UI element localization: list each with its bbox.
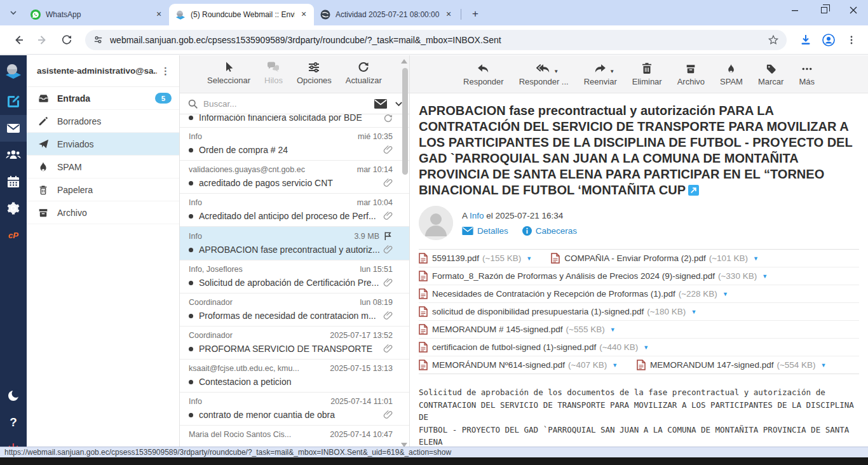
reply-all-dropdown-caret[interactable]: ▼ bbox=[553, 69, 559, 74]
attachment-dropdown-caret[interactable]: ▼ bbox=[643, 344, 649, 351]
search-scope-envelope-icon[interactable] bbox=[374, 99, 387, 109]
message-date: 3.9 MB bbox=[354, 232, 379, 241]
attachment-item[interactable]: MEMORÁNDUM Nº614-signed.pdf (~407 KB) ▼ bbox=[419, 360, 618, 370]
message-date: 2025-07-15 13:13 bbox=[330, 364, 393, 373]
attachment-dropdown-caret[interactable]: ▼ bbox=[612, 362, 618, 368]
attachment-item[interactable]: solicitud de disponibilidad presupuestar… bbox=[419, 306, 696, 317]
account-menu-icon[interactable]: ⋮ bbox=[157, 65, 174, 77]
mail-icon[interactable] bbox=[0, 115, 27, 142]
forward-button[interactable] bbox=[33, 30, 52, 50]
message-list-item[interactable]: Información financiera solicitada por BD… bbox=[180, 114, 409, 128]
attachment-item[interactable]: Formato_8_Razón de Proformas y Análisis … bbox=[419, 271, 768, 281]
attachment-name: COMPAÑIA - Enviar Proforma (2).pdf bbox=[564, 253, 706, 263]
compose-icon[interactable] bbox=[0, 88, 27, 115]
minimize-button[interactable] bbox=[780, 0, 810, 20]
attachment-dropdown-caret[interactable]: ▼ bbox=[762, 273, 768, 280]
settings-gear-icon[interactable] bbox=[0, 195, 27, 222]
refresh-list-button[interactable]: Actualizar bbox=[346, 61, 382, 85]
folder-enviados[interactable]: Enviados bbox=[27, 133, 179, 156]
attachment-dropdown-caret[interactable]: ▼ bbox=[610, 327, 616, 333]
message-sender: Info, Joseflores bbox=[189, 265, 355, 274]
attachment-size: (~180 KB) bbox=[647, 307, 686, 316]
attachment-dropdown-caret[interactable]: ▼ bbox=[526, 255, 532, 262]
unread-dot bbox=[189, 148, 193, 152]
forward-button[interactable]: ▼ Reenviar bbox=[584, 61, 617, 86]
attachment-dropdown-caret[interactable]: ▼ bbox=[691, 309, 696, 315]
folder-papelera[interactable]: Papelera bbox=[27, 179, 179, 201]
message-list-item[interactable]: Info 2025-07-14 11:01 contrato de menor … bbox=[180, 393, 409, 426]
more-button[interactable]: Más bbox=[799, 61, 815, 86]
message-list-item[interactable]: Coordinador lun 08:19 Proformas de neces… bbox=[180, 293, 409, 327]
restore-button[interactable] bbox=[810, 0, 839, 20]
select-button[interactable]: Seleccionar bbox=[207, 61, 250, 85]
archive-button[interactable]: Archivo bbox=[677, 61, 705, 86]
attachment-item[interactable]: 5591139.pdf (~155 KB) ▼ bbox=[419, 253, 532, 264]
scrollbar-thumb[interactable] bbox=[402, 68, 408, 175]
message-list-item[interactable]: ksaait@fcjse.utb.edu.ec, kmu... 2025-07-… bbox=[180, 360, 409, 393]
message-list-item[interactable]: Coordinador 2025-07-17 13:52 PROFORMA SE… bbox=[180, 327, 409, 360]
spam-button[interactable]: SPAM bbox=[720, 61, 743, 86]
tab-close-icon[interactable]: × bbox=[154, 10, 164, 20]
message-date: lun 08:19 bbox=[360, 298, 393, 307]
profile-icon[interactable] bbox=[818, 30, 839, 50]
options-button[interactable]: Opciones bbox=[297, 61, 332, 85]
message-list-item[interactable]: Info, Joseflores lun 15:51 Solicitud de … bbox=[180, 260, 409, 293]
forward-dropdown-caret[interactable]: ▼ bbox=[609, 69, 614, 74]
attachment-icon bbox=[383, 344, 393, 354]
headers-link[interactable]: Cabeceras bbox=[522, 226, 577, 236]
help-icon[interactable]: ? bbox=[0, 409, 27, 436]
message-list-item[interactable]: Info mar 10:04 Acreditado del anticipo d… bbox=[180, 194, 409, 227]
list-scrollbar[interactable] bbox=[400, 55, 409, 465]
search-input[interactable] bbox=[203, 99, 374, 109]
folder-spam[interactable]: SPAM bbox=[27, 156, 179, 179]
folder-borradores[interactable]: Borradores bbox=[27, 110, 179, 133]
attachment-item[interactable]: MEMORANDUM 147-signed.pdf (~554 KB) ▼ bbox=[637, 360, 826, 370]
bookmark-star-icon[interactable] bbox=[768, 34, 779, 46]
external-link-icon[interactable] bbox=[688, 185, 699, 196]
calendar-icon[interactable] bbox=[0, 168, 27, 195]
downloads-icon[interactable] bbox=[796, 30, 816, 50]
delete-button[interactable]: Eliminar bbox=[632, 61, 662, 86]
message-list-item[interactable]: Maria del Rocio Santos Cis... 2025-07-14… bbox=[180, 426, 409, 448]
attachment-item[interactable]: Necesidades de Contratación y Recepción … bbox=[419, 288, 728, 299]
folder-archivo[interactable]: Archivo bbox=[27, 201, 179, 224]
reply-button[interactable]: Responder bbox=[463, 61, 504, 86]
url-text[interactable]: webmail.sanjuan.gob.ec/cpsess1535909589/… bbox=[110, 35, 768, 45]
refresh-button[interactable] bbox=[57, 30, 76, 50]
dark-mode-moon-icon[interactable] bbox=[0, 382, 27, 409]
attachment-dropdown-caret[interactable]: ▼ bbox=[821, 362, 827, 368]
recipient-link[interactable]: Info bbox=[470, 211, 484, 220]
attachment-dropdown-caret[interactable]: ▼ bbox=[753, 255, 759, 262]
message-list-item[interactable]: Info mié 10:35 Orden de compra # 24 bbox=[180, 128, 409, 161]
tab-search-chevron-icon[interactable] bbox=[5, 4, 22, 21]
new-tab-button[interactable]: + bbox=[467, 6, 484, 22]
reply-all-button[interactable]: ▼ Responder ... bbox=[519, 61, 569, 86]
message-list-item[interactable]: Info 3.9 MB APROBACION fase precontractu… bbox=[180, 227, 409, 260]
mark-button[interactable]: Marcar bbox=[758, 61, 783, 86]
attachment-dropdown-caret[interactable]: ▼ bbox=[722, 291, 728, 297]
site-info-icon[interactable] bbox=[93, 34, 104, 45]
address-bar[interactable]: webmail.sanjuan.gob.ec/cpsess1535909589/… bbox=[85, 30, 787, 50]
scroll-up-arrow[interactable] bbox=[401, 59, 407, 64]
details-link[interactable]: Detalles bbox=[462, 226, 508, 236]
back-button[interactable] bbox=[9, 30, 28, 50]
pdf-file-icon bbox=[419, 288, 428, 299]
tab-close-icon[interactable]: × bbox=[299, 10, 309, 20]
cpanel-icon[interactable]: cP bbox=[0, 222, 27, 248]
tab-roundcube[interactable]: (5) Roundcube Webmail :: Envia × bbox=[169, 4, 314, 25]
close-window-button[interactable] bbox=[839, 0, 868, 20]
tab-actividad[interactable]: Actividad 2025-07-21 08:00:00 × bbox=[314, 4, 459, 25]
folder-entrada[interactable]: Entrada 5 bbox=[27, 87, 179, 110]
tab-whatsapp[interactable]: WhatsApp × bbox=[24, 4, 169, 25]
attachment-item[interactable]: MEMORANDUM # 145-signed.pdf (~555 KB) ▼ bbox=[419, 324, 616, 335]
threads-button[interactable]: Hilos bbox=[264, 61, 283, 85]
roundcube-logo[interactable] bbox=[0, 59, 27, 86]
attachment-item[interactable]: COMPAÑIA - Enviar Proforma (2).pdf (~101… bbox=[551, 253, 759, 264]
attachment-item[interactable]: certificacion de futbol-signed (1)-signe… bbox=[419, 342, 649, 353]
browser-menu-icon[interactable] bbox=[841, 30, 862, 50]
message-sender: Coordinador bbox=[189, 298, 355, 307]
contacts-icon[interactable] bbox=[0, 142, 27, 168]
tab-close-icon[interactable]: × bbox=[444, 10, 454, 20]
message-list-item[interactable]: validaciones.guayas@cnt.gob.ec mar 10:14… bbox=[180, 161, 409, 194]
flag-icon[interactable] bbox=[383, 231, 393, 241]
